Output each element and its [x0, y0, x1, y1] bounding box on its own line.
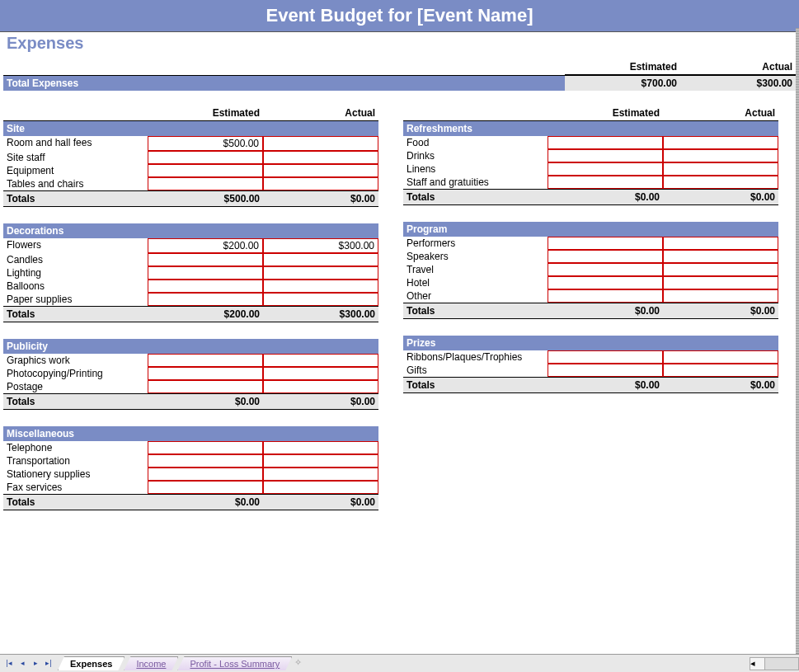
scroll-left-icon[interactable]: ◂ [750, 658, 765, 670]
totals-estimated: $0.00 [148, 394, 263, 409]
cell-actual[interactable] [663, 250, 778, 263]
totals-estimated: $0.00 [548, 190, 663, 204]
row-label: Drinks [403, 149, 548, 162]
cell-actual[interactable] [263, 280, 378, 293]
total-expenses-label: Total Expenses [3, 76, 565, 91]
cell-estimated[interactable] [548, 263, 663, 276]
nav-last-icon[interactable]: ▸| [43, 658, 54, 670]
cell-actual[interactable] [263, 441, 378, 454]
cell-actual[interactable] [663, 364, 778, 377]
new-sheet-icon[interactable]: ✧ [291, 657, 308, 670]
totals-label: Totals [3, 394, 148, 409]
totals-actual: $0.00 [263, 495, 378, 510]
cell-estimated[interactable] [548, 289, 663, 303]
cell-actual[interactable] [263, 293, 378, 306]
cell-estimated[interactable] [148, 441, 263, 454]
cell-estimated[interactable] [148, 481, 263, 494]
nav-next-icon[interactable]: ▸ [30, 658, 41, 670]
totals-actual: $300.00 [263, 307, 378, 322]
cell-actual[interactable] [263, 136, 378, 151]
table-row: Stationery supplies [3, 468, 378, 481]
cell-actual[interactable] [663, 263, 778, 276]
cell-actual[interactable] [663, 176, 778, 189]
cell-actual[interactable] [263, 177, 378, 190]
category-title: Prizes [403, 336, 778, 350]
cell-estimated[interactable] [148, 367, 263, 380]
cell-estimated[interactable] [548, 276, 663, 289]
totals-label: Totals [3, 307, 148, 322]
cell-actual[interactable]: $300.00 [263, 238, 378, 253]
cell-actual[interactable] [663, 237, 778, 250]
header-estimated: Estimated [565, 59, 680, 75]
cell-estimated[interactable] [148, 454, 263, 468]
cell-actual[interactable] [263, 151, 378, 164]
cell-estimated[interactable] [148, 151, 263, 164]
row-label: Equipment [3, 164, 148, 177]
total-expenses-estimated: $700.00 [565, 76, 680, 91]
cell-estimated[interactable] [148, 380, 263, 393]
tab-profit-loss[interactable]: Profit - Loss Summary [177, 656, 292, 670]
table-row: Photocopying/Printing [3, 367, 378, 380]
cell-actual[interactable] [263, 468, 378, 481]
table-row: Paper supplies [3, 293, 378, 306]
cell-estimated[interactable] [548, 176, 663, 189]
cell-estimated[interactable] [548, 250, 663, 263]
cell-estimated[interactable] [548, 162, 663, 176]
cell-estimated[interactable] [148, 177, 263, 190]
cell-actual[interactable] [663, 350, 778, 364]
category-miscellaneous: MiscellaneousTelephoneTransportationStat… [3, 426, 378, 510]
tab-expenses[interactable]: Expenses [58, 656, 125, 670]
total-expenses-actual: $300.00 [680, 76, 796, 91]
cell-estimated[interactable] [148, 354, 263, 367]
category-totals: Totals$500.00$0.00 [3, 190, 378, 207]
cell-estimated[interactable]: $200.00 [148, 238, 263, 253]
row-label: Photocopying/Printing [3, 367, 148, 380]
row-label: Performers [403, 237, 548, 250]
cell-estimated[interactable] [148, 468, 263, 481]
tab-income[interactable]: Income [124, 656, 178, 670]
section-heading: Expenses [3, 32, 796, 54]
cell-actual[interactable] [263, 354, 378, 367]
cell-actual[interactable] [263, 253, 378, 266]
nav-first-icon[interactable]: |◂ [3, 658, 15, 670]
row-label: Transportation [3, 454, 148, 468]
vertical-scrollbar[interactable] [796, 28, 799, 654]
cell-estimated[interactable] [148, 280, 263, 293]
table-row: Tables and chairs [3, 177, 378, 190]
cell-estimated[interactable] [148, 293, 263, 306]
col-header-estimated: Estimated [148, 106, 263, 120]
horizontal-scrollbar[interactable]: ◂ [750, 657, 799, 670]
table-row: Room and hall fees$500.00 [3, 136, 378, 151]
cell-estimated[interactable] [548, 136, 663, 149]
category-title: Program [403, 222, 778, 237]
cell-estimated[interactable] [148, 266, 263, 280]
cell-estimated[interactable] [548, 350, 663, 364]
cell-actual[interactable] [663, 136, 778, 149]
cell-actual[interactable] [263, 481, 378, 494]
cell-estimated[interactable] [148, 253, 263, 266]
cell-actual[interactable] [663, 149, 778, 162]
cell-estimated[interactable]: $500.00 [148, 136, 263, 151]
cell-actual[interactable] [263, 164, 378, 177]
row-label: Postage [3, 380, 148, 393]
category-totals: Totals$0.00$0.00 [3, 494, 378, 510]
cell-estimated[interactable] [548, 237, 663, 250]
cell-actual[interactable] [263, 367, 378, 380]
cell-actual[interactable] [663, 276, 778, 289]
cell-actual[interactable] [263, 454, 378, 468]
table-row: Ribbons/Plaques/Trophies [403, 350, 778, 364]
cell-actual[interactable] [663, 289, 778, 303]
table-row: Postage [3, 380, 378, 393]
cell-actual[interactable] [663, 162, 778, 176]
totals-actual: $0.00 [663, 303, 778, 318]
cell-estimated[interactable] [548, 149, 663, 162]
cell-estimated[interactable] [548, 364, 663, 377]
cell-estimated[interactable] [148, 164, 263, 177]
table-row: Other [403, 289, 778, 303]
category-totals: Totals$0.00$0.00 [403, 377, 778, 393]
totals-label: Totals [403, 378, 548, 392]
cell-actual[interactable] [263, 380, 378, 393]
category-title: Refreshments [403, 121, 778, 136]
nav-prev-icon[interactable]: ◂ [16, 658, 28, 670]
cell-actual[interactable] [263, 266, 378, 280]
